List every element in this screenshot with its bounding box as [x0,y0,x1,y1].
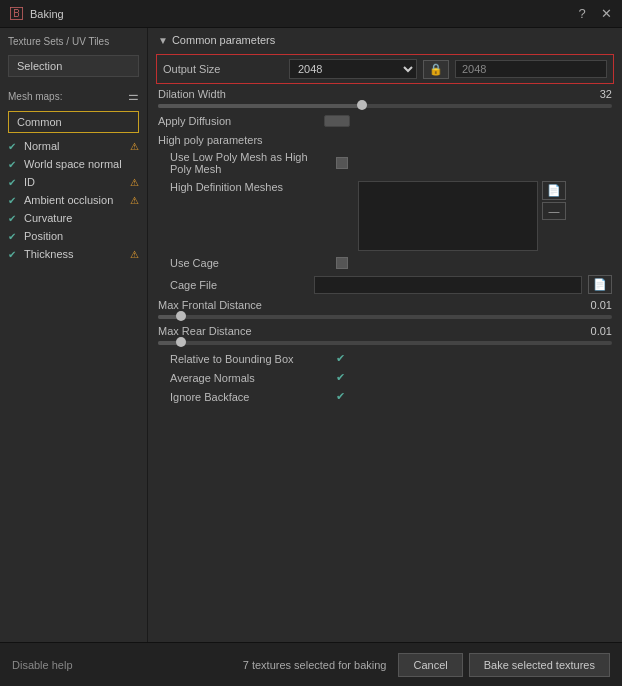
max-frontal-value: 0.01 [591,299,612,311]
filter-icon[interactable]: ⚌ [128,89,139,103]
close-button[interactable]: ✕ [598,6,614,22]
common-params-header: ▼ Common parameters [148,28,622,52]
apply-diffusion-row: Apply Diffusion [148,112,622,130]
max-frontal-row: Max Frontal Distance 0.01 [148,297,622,313]
map-name: Thickness [24,248,126,260]
selection-box[interactable]: Selection [8,55,139,77]
rear-slider-row[interactable] [148,339,622,349]
apply-diffusion-toggle[interactable] [324,115,350,127]
titlebar: 🄱 Baking ? ✕ [0,0,622,28]
check-icon: ✔ [8,195,20,206]
warn-icon: ⚠ [130,195,139,206]
warn-icon: ⚠ [130,177,139,188]
map-name: Curvature [24,212,139,224]
app-icon: 🄱 [8,6,24,22]
bottom-bar: Disable help 7 textures selected for bak… [0,642,622,686]
output-size-label: Output Size [163,63,283,75]
max-rear-label: Max Rear Distance [158,325,278,337]
check-icon: ✔ [8,231,20,242]
output-size-locked-input[interactable] [455,60,607,78]
dilation-slider-fill [158,104,362,108]
lock-button[interactable]: 🔒 [423,60,449,79]
cage-file-input[interactable] [314,276,582,294]
check-icon: ✔ [8,249,20,260]
max-rear-row: Max Rear Distance 0.01 [148,323,622,339]
check-icon: ✔ [8,213,20,224]
map-name: Position [24,230,139,242]
dilation-slider-track[interactable] [158,104,612,108]
dilation-row: Dilation Width 32 [148,86,622,102]
frontal-slider-track[interactable] [158,315,612,319]
mesh-file-button[interactable]: 📄 [542,181,566,200]
collapse-arrow-icon[interactable]: ▼ [158,35,168,46]
right-panel: ▼ Common parameters Output Size 128 256 … [148,28,622,642]
use-cage-checkbox[interactable] [336,257,348,269]
average-normals-label: Average Normals [170,372,330,384]
left-panel: Texture Sets / UV Tiles Selection Mesh m… [0,28,148,642]
frontal-slider-thumb[interactable] [176,311,186,321]
relative-bb-check: ✔ [336,352,345,365]
high-poly-label: High poly parameters [148,130,622,148]
max-rear-value: 0.01 [591,325,612,337]
map-item-normal[interactable]: ✔ Normal ⚠ [0,137,147,155]
use-cage-label: Use Cage [170,257,330,269]
warn-icon: ⚠ [130,141,139,152]
check-icon: ✔ [8,141,20,152]
ignore-backface-row: Ignore Backface ✔ [148,387,622,406]
baking-status-text: 7 textures selected for baking [243,659,387,671]
window-title: Baking [30,8,574,20]
map-item-world-normal[interactable]: ✔ World space normal [0,155,147,173]
cancel-button[interactable]: Cancel [398,653,462,677]
map-name: World space normal [24,158,139,170]
mesh-maps-label: Mesh maps: [8,91,124,102]
relative-bb-label: Relative to Bounding Box [170,353,330,365]
check-icon: ✔ [8,159,20,170]
rear-slider-track[interactable] [158,341,612,345]
mesh-maps-header: Mesh maps: ⚌ [0,81,147,107]
output-size-select[interactable]: 128 256 512 1024 2048 4096 [289,59,417,79]
bake-selected-button[interactable]: Bake selected textures [469,653,610,677]
use-low-poly-row: Use Low Poly Mesh as High Poly Mesh [148,148,622,178]
high-def-meshes-label: High Definition Meshes [170,181,330,193]
help-button[interactable]: ? [574,6,590,22]
max-frontal-label: Max Frontal Distance [158,299,278,311]
use-low-poly-label: Use Low Poly Mesh as High Poly Mesh [170,151,330,175]
map-item-id[interactable]: ✔ ID ⚠ [0,173,147,191]
map-item-thickness[interactable]: ✔ Thickness ⚠ [0,245,147,263]
average-normals-check: ✔ [336,371,345,384]
map-item-position[interactable]: ✔ Position [0,227,147,245]
common-item[interactable]: Common [8,111,139,133]
average-normals-row: Average Normals ✔ [148,368,622,387]
common-params-title: Common parameters [172,34,275,46]
rear-slider-thumb[interactable] [176,337,186,347]
cage-file-browse-button[interactable]: 📄 [588,275,612,294]
map-item-curvature[interactable]: ✔ Curvature [0,209,147,227]
output-size-section: Output Size 128 256 512 1024 2048 4096 🔒 [156,54,614,84]
cage-file-label: Cage File [170,279,310,291]
disable-help-button[interactable]: Disable help [12,659,243,671]
map-name: ID [24,176,126,188]
map-item-ao[interactable]: ✔ Ambient occlusion ⚠ [0,191,147,209]
use-low-poly-checkbox[interactable] [336,157,348,169]
relative-bb-row: Relative to Bounding Box ✔ [148,349,622,368]
mesh-minus-button[interactable]: — [542,202,566,220]
texture-sets-label: Texture Sets / UV Tiles [0,28,147,51]
ignore-backface-label: Ignore Backface [170,391,330,403]
cage-file-row: Cage File 📄 [148,272,622,297]
dilation-width-label: Dilation Width [158,88,278,100]
high-def-meshes-row: High Definition Meshes 📄 — [148,178,622,254]
dilation-slider-row[interactable] [148,102,622,112]
map-name: Normal [24,140,126,152]
use-cage-row: Use Cage [148,254,622,272]
dilation-width-value: 32 [600,88,612,100]
dilation-slider-thumb[interactable] [357,100,367,110]
apply-diffusion-label: Apply Diffusion [158,115,318,127]
check-icon: ✔ [8,177,20,188]
frontal-slider-row[interactable] [148,313,622,323]
warn-icon: ⚠ [130,249,139,260]
high-def-meshes-list[interactable] [358,181,538,251]
ignore-backface-check: ✔ [336,390,345,403]
window-controls: ? ✕ [574,6,614,22]
map-name: Ambient occlusion [24,194,126,206]
main-layout: Texture Sets / UV Tiles Selection Mesh m… [0,28,622,642]
